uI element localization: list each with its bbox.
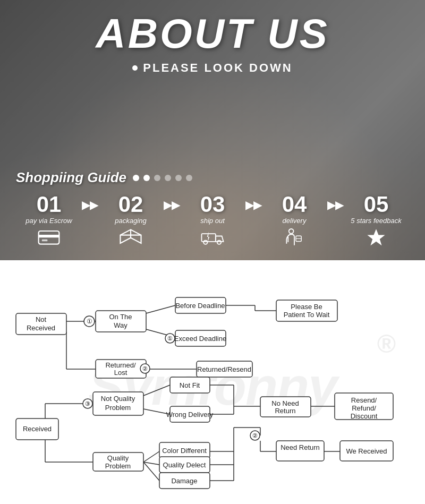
not-received-label2: Received xyxy=(27,324,55,332)
svg-text:Returned/: Returned/ xyxy=(105,361,135,369)
svg-text:Return: Return xyxy=(275,407,295,415)
svg-text:Exceed Deadline: Exceed Deadline xyxy=(174,335,226,343)
svg-marker-17 xyxy=(367,229,385,245)
step-4-num: 04 xyxy=(282,193,307,216)
svg-text:②: ② xyxy=(252,432,258,439)
step-3: 03 ship out xyxy=(180,193,245,250)
svg-text:Refund/: Refund/ xyxy=(352,404,376,412)
guide-dot-1 xyxy=(133,175,139,181)
step-1: 01 pay via Escrow xyxy=(16,193,82,250)
svg-text:Patient To Wait: Patient To Wait xyxy=(284,311,330,319)
svg-text:Quality: Quality xyxy=(107,454,129,462)
svg-text:Quality Delect: Quality Delect xyxy=(163,461,206,469)
svg-text:Damage: Damage xyxy=(171,477,197,485)
guide-dot-2 xyxy=(143,175,150,181)
svg-line-31 xyxy=(143,385,170,396)
svg-text:On The: On The xyxy=(109,313,132,321)
svg-text:No Need: No Need xyxy=(271,399,299,407)
svg-text:Lost: Lost xyxy=(114,369,128,377)
svg-text:Not Fit: Not Fit xyxy=(180,381,200,389)
svg-text:Way: Way xyxy=(114,321,128,329)
step-3-icon xyxy=(201,228,224,250)
svg-line-42 xyxy=(143,451,159,462)
svg-rect-1 xyxy=(39,235,60,237)
shopping-guide-title: Shoppiing Guide xyxy=(16,169,126,186)
step-3-num: 03 xyxy=(200,193,225,216)
arrow-3: ▶▶ xyxy=(245,193,261,211)
step-3-label: ship out xyxy=(200,217,225,225)
svg-point-8 xyxy=(203,241,207,244)
svg-point-9 xyxy=(217,241,221,244)
svg-text:Please Be: Please Be xyxy=(291,303,322,311)
svg-text:Color Different: Color Different xyxy=(162,447,207,455)
svg-text:Resend/: Resend/ xyxy=(351,396,377,404)
svg-rect-0 xyxy=(39,231,60,244)
step-5-label: 5 stars feedback xyxy=(351,217,401,225)
steps-row: 01 pay via Escrow ▶▶ 02 pack xyxy=(16,193,409,250)
shopping-guide-section: Shoppiing Guide 01 pay via Escrow xyxy=(0,160,425,260)
subtitle-dot xyxy=(132,65,138,71)
diagram-svg: Not Received ① On The Way Before Deadlin… xyxy=(5,271,420,499)
step-1-icon xyxy=(37,228,61,250)
guide-dots xyxy=(133,175,192,181)
svg-text:①: ① xyxy=(87,318,92,325)
step-2-label: packaging xyxy=(115,217,146,225)
arrow-1: ▶▶ xyxy=(82,193,98,211)
step-4: 04 delivery xyxy=(261,193,327,250)
guide-dot-5 xyxy=(175,175,182,181)
svg-line-21 xyxy=(146,305,175,313)
svg-text:②: ② xyxy=(142,365,148,372)
step-1-label: pay via Escrow xyxy=(26,217,72,225)
svg-point-11 xyxy=(289,229,294,234)
svg-text:We Received: We Received xyxy=(346,447,387,455)
guide-dot-4 xyxy=(165,175,171,181)
shopping-guide-header: Shoppiing Guide xyxy=(16,169,409,186)
svg-text:Received: Received xyxy=(23,425,52,433)
step-5-icon xyxy=(364,228,388,250)
svg-text:Problem: Problem xyxy=(105,462,131,470)
arrow-2: ▶▶ xyxy=(164,193,180,211)
banner-title: ABOUT US xyxy=(96,10,329,58)
svg-text:Returned/Resend: Returned/Resend xyxy=(197,365,251,373)
guide-dot-3 xyxy=(154,175,160,181)
diagram: Not Received ① On The Way Before Deadlin… xyxy=(5,271,420,501)
step-2: 02 packaging xyxy=(98,193,164,250)
svg-text:Discount: Discount xyxy=(351,412,378,420)
step-2-num: 02 xyxy=(118,193,143,216)
svg-text:Not Quality: Not Quality xyxy=(101,395,135,403)
banner-subtitle: PLEASE LOOK DOWN xyxy=(143,61,292,75)
arrow-4: ▶▶ xyxy=(327,193,343,211)
svg-text:Need Return: Need Return xyxy=(280,443,320,451)
not-received-label: Not xyxy=(36,315,47,323)
svg-text:Before Deadline: Before Deadline xyxy=(175,302,225,310)
banner-subtitle-row: PLEASE LOOK DOWN xyxy=(132,61,292,75)
svg-line-44 xyxy=(143,462,159,481)
step-2-icon xyxy=(119,228,142,250)
step-5-num: 05 xyxy=(364,193,389,216)
svg-text:③: ③ xyxy=(85,400,90,407)
top-banner: ABOUT US PLEASE LOOK DOWN Shoppiing Guid… xyxy=(0,0,425,260)
guide-dot-6 xyxy=(186,175,192,181)
svg-rect-2 xyxy=(42,240,48,242)
bottom-section: Symfonny ® xyxy=(0,260,425,504)
step-4-icon xyxy=(283,228,306,250)
step-4-label: delivery xyxy=(283,217,307,225)
step-5: 05 5 stars feedback xyxy=(343,193,409,250)
svg-text:Wrong Delivery: Wrong Delivery xyxy=(166,411,214,418)
svg-text:Problem: Problem xyxy=(105,404,131,412)
step-1-num: 01 xyxy=(37,193,62,216)
svg-text:①: ① xyxy=(167,335,173,341)
